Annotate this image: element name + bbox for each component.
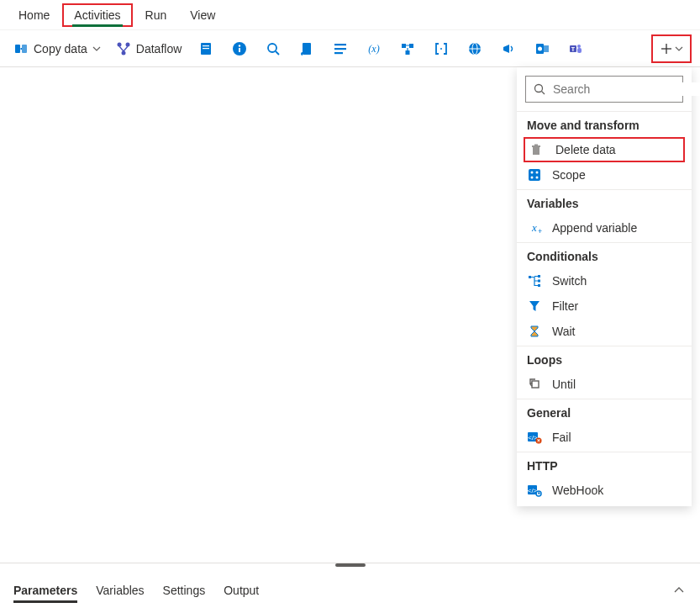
until-icon (527, 377, 542, 392)
svg-rect-38 (534, 145, 538, 146)
activity-label: Until (552, 378, 576, 391)
svg-point-34 (535, 85, 543, 93)
activity-label: WebHook (552, 484, 603, 497)
svg-rect-50 (532, 381, 539, 388)
activity-filter[interactable]: Filter (517, 293, 692, 319)
megaphone-icon[interactable] (494, 34, 523, 63)
activities-dropdown: Move and transform Delete data Scope Var… (517, 67, 692, 506)
plus-icon (660, 42, 673, 56)
toolbar: Copy data Dataflow (x) T (0, 30, 700, 67)
search-input[interactable] (553, 82, 700, 96)
chevron-down-icon (92, 45, 101, 53)
activity-append-variable[interactable]: x+ Append variable (517, 215, 692, 241)
svg-text:+: + (538, 227, 542, 235)
svg-point-10 (239, 45, 240, 46)
activity-switch[interactable]: Switch (517, 268, 692, 293)
category-move-transform: Move and transform (517, 111, 692, 137)
switch-icon (527, 273, 542, 288)
hourglass-icon (527, 324, 542, 339)
script-icon[interactable] (292, 34, 321, 63)
variable-icon[interactable]: (x) (360, 34, 388, 63)
svg-text:x: x (531, 221, 537, 234)
svg-text:T: T (571, 45, 576, 51)
svg-rect-9 (239, 48, 240, 52)
svg-rect-14 (334, 44, 346, 45)
canvas-area[interactable]: Move and transform Delete data Scope Var… (0, 67, 700, 563)
tab-parameters[interactable]: Parameters (13, 575, 77, 605)
menubar: Home Activities Run View (0, 0, 700, 30)
activity-label: Delete data (555, 143, 616, 156)
activity-label: Switch (552, 274, 587, 288)
category-http: HTTP (517, 452, 692, 478)
collapse-pane-button[interactable] (673, 584, 685, 596)
activity-fail[interactable]: </> Fail (517, 425, 692, 450)
svg-point-3 (125, 42, 129, 46)
category-conditionals: Conditionals (517, 242, 692, 268)
svg-point-4 (121, 50, 125, 55)
search-icon (533, 82, 546, 96)
outlook-icon[interactable] (528, 34, 556, 63)
search-icon[interactable] (259, 34, 287, 63)
activity-label: Wait (552, 325, 575, 338)
append-variable-icon: x+ (527, 220, 542, 235)
activity-delete-data[interactable]: Delete data (524, 137, 685, 162)
svg-rect-19 (409, 44, 413, 48)
pipeline-icon[interactable] (393, 34, 422, 63)
tab-variables[interactable]: Variables (96, 575, 144, 605)
chevron-down-icon (675, 45, 683, 53)
copy-data-icon (13, 41, 29, 56)
add-activity-button[interactable] (651, 34, 692, 63)
svg-rect-20 (406, 50, 410, 55)
activity-until[interactable]: Until (517, 372, 692, 397)
svg-rect-36 (533, 147, 539, 155)
svg-rect-39 (529, 169, 540, 181)
svg-rect-16 (334, 52, 343, 54)
tab-output[interactable]: Output (224, 575, 259, 605)
svg-point-43 (536, 177, 539, 179)
svg-rect-48 (538, 280, 540, 283)
svg-rect-13 (303, 43, 311, 55)
trash-icon (529, 142, 544, 157)
filter-icon (527, 299, 542, 314)
menu-view[interactable]: View (178, 3, 227, 27)
webhook-icon: </> (527, 483, 542, 498)
svg-rect-18 (402, 44, 406, 48)
activity-label: Filter (552, 299, 578, 313)
notebook-icon[interactable] (192, 34, 220, 63)
pane-resize-handle[interactable] (0, 563, 700, 568)
svg-line-35 (542, 92, 545, 95)
dataflow-icon (116, 41, 131, 56)
svg-rect-7 (203, 48, 209, 49)
activity-webhook[interactable]: </> WebHook (517, 478, 692, 503)
tab-settings[interactable]: Settings (163, 575, 206, 605)
svg-rect-6 (203, 45, 209, 46)
svg-text:(x): (x) (369, 43, 380, 55)
svg-rect-37 (532, 145, 540, 147)
svg-rect-0 (15, 45, 20, 53)
copy-data-button[interactable]: Copy data (8, 38, 106, 60)
dataflow-button[interactable]: Dataflow (111, 38, 187, 60)
copy-data-label: Copy data (34, 42, 87, 56)
activity-label: Append variable (552, 221, 637, 235)
menu-activities[interactable]: Activities (62, 3, 132, 27)
svg-point-40 (531, 172, 534, 174)
svg-line-12 (276, 51, 279, 55)
search-box[interactable] (525, 76, 683, 103)
dataflow-label: Dataflow (136, 42, 182, 56)
fail-icon: </> (527, 430, 542, 445)
menu-run[interactable]: Run (134, 3, 179, 27)
svg-point-57 (538, 493, 539, 494)
teams-icon[interactable]: T (561, 34, 590, 63)
activity-wait[interactable]: Wait (517, 319, 692, 344)
svg-rect-46 (529, 276, 531, 278)
svg-point-2 (117, 42, 121, 46)
menu-home[interactable]: Home (7, 3, 61, 27)
svg-rect-15 (334, 48, 346, 50)
svg-point-11 (268, 44, 276, 52)
info-icon[interactable] (225, 34, 254, 63)
activity-scope[interactable]: Scope (517, 162, 692, 188)
lines-icon[interactable] (326, 34, 355, 63)
brackets-icon[interactable] (427, 34, 455, 63)
svg-point-42 (531, 177, 534, 179)
globe-icon[interactable] (461, 34, 489, 63)
